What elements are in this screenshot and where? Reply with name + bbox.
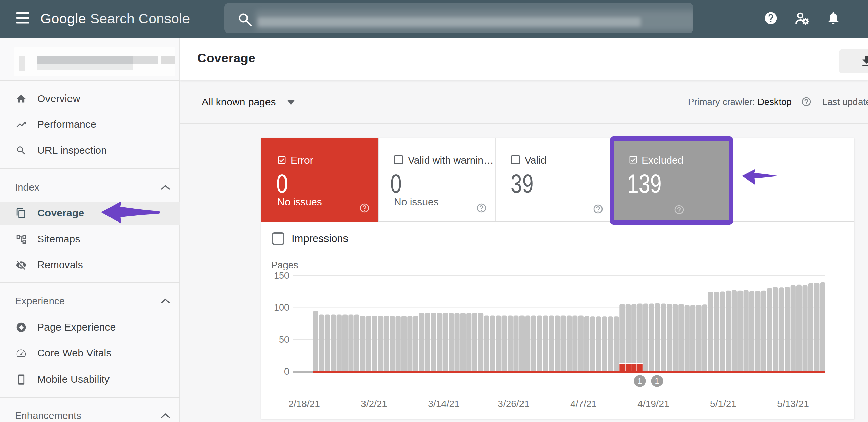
- svg-text:5/1/21: 5/1/21: [710, 399, 736, 409]
- svg-text:1: 1: [655, 377, 659, 385]
- svg-text:3/26/21: 3/26/21: [498, 399, 529, 409]
- svg-text:4/7/21: 4/7/21: [570, 399, 597, 409]
- svg-text:2/18/21: 2/18/21: [288, 399, 320, 409]
- svg-text:3/14/21: 3/14/21: [428, 399, 459, 409]
- svg-text:150: 150: [274, 271, 289, 281]
- svg-text:1: 1: [638, 377, 642, 385]
- svg-text:50: 50: [279, 335, 289, 345]
- svg-text:5/13/21: 5/13/21: [777, 399, 809, 409]
- svg-text:0: 0: [284, 366, 289, 377]
- svg-text:100: 100: [274, 302, 289, 313]
- svg-text:Pages: Pages: [271, 260, 298, 270]
- svg-text:3/2/21: 3/2/21: [361, 399, 387, 409]
- svg-text:4/19/21: 4/19/21: [637, 399, 669, 409]
